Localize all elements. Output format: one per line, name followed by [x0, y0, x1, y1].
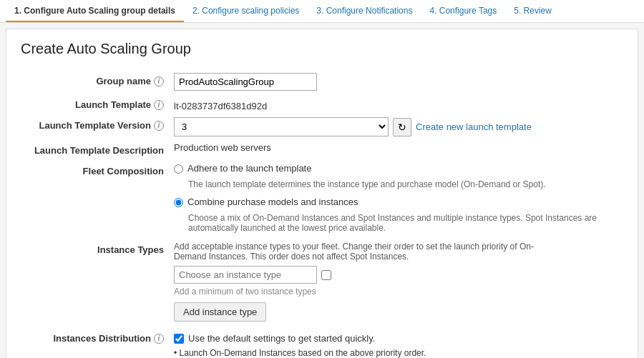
main-content: Create Auto Scaling Group Group name i L… — [6, 29, 638, 358]
page-title: Create Auto Scaling Group — [21, 41, 623, 57]
fleet-option1-radio[interactable] — [174, 164, 183, 174]
description-label: Launch Template Description — [34, 145, 164, 156]
launch-template-value: lt-0283737df6381d92d — [174, 96, 267, 111]
instance-types-label: Instance Types — [97, 244, 164, 255]
instance-types-row: Instance Types Add acceptable instance t… — [21, 239, 623, 324]
add-instance-button[interactable]: Add instance type — [174, 302, 266, 322]
fleet-composition-label: Fleet Composition — [83, 166, 164, 176]
description-value: Production web servers — [174, 138, 271, 153]
use-default-checkbox[interactable] — [174, 334, 184, 344]
group-name-info-icon[interactable]: i — [154, 76, 164, 86]
instance-type-input-row — [174, 266, 623, 284]
launch-template-info-icon[interactable]: i — [154, 100, 164, 110]
instance-type-checkbox[interactable] — [321, 270, 331, 280]
version-row: 3 2 1 ↻ Create new launch template — [174, 117, 623, 136]
fleet-option2-text: Combine purchase models and instances — [187, 197, 358, 207]
fleet-composition-options: Adhere to the launch template The launch… — [174, 163, 623, 236]
fleet-option1-label[interactable]: Adhere to the launch template — [174, 163, 623, 174]
version-select[interactable]: 3 2 1 — [174, 117, 389, 136]
instances-distribution-label: Instances Distribution — [53, 333, 151, 344]
bullet-prefix: • — [174, 348, 180, 358]
tab-notifications[interactable]: 3. Configure Notifications — [308, 0, 421, 22]
refresh-button[interactable]: ↻ — [393, 118, 411, 136]
tab-configure-asg[interactable]: 1. Configure Auto Scaling group details — [6, 0, 184, 22]
tab-tags[interactable]: 4. Configure Tags — [421, 0, 505, 22]
instance-type-input[interactable] — [174, 266, 317, 284]
fleet-option1-subtext: The launch template determines the insta… — [188, 179, 623, 189]
launch-template-label: Launch Template — [75, 99, 151, 110]
launch-template-version-row: Launch Template Version i 3 2 1 ↻ Create… — [21, 114, 623, 139]
group-name-label: Group name — [96, 76, 151, 86]
fleet-option2-label[interactable]: Combine purchase models and instances — [174, 197, 623, 207]
create-template-link[interactable]: Create new launch template — [416, 121, 532, 132]
instances-distribution-info-icon[interactable]: i — [154, 334, 164, 344]
instances-distribution-row: Instances Distribution i Use the default… — [21, 324, 623, 358]
launch-template-row: Launch Template i lt-0283737df6381d92d — [21, 94, 623, 114]
tabs-bar: 1. Configure Auto Scaling group details … — [0, 0, 644, 23]
group-name-input[interactable] — [174, 73, 317, 91]
launch-template-version-label: Launch Template Version — [39, 120, 151, 131]
instance-types-description: Add acceptable instance types to your fl… — [174, 242, 546, 262]
launch-template-version-info-icon[interactable]: i — [154, 121, 164, 131]
fleet-option1-text: Adhere to the launch template — [187, 163, 311, 174]
fleet-composition-row: Fleet Composition Adhere to the launch t… — [21, 160, 623, 239]
launch-on-demand-label: Launch On-Demand Instances based on the … — [180, 348, 426, 358]
fleet-option2-subtext: Choose a mix of On-Demand Instances and … — [188, 213, 623, 233]
launch-on-demand-text: • Launch On-Demand Instances based on th… — [174, 348, 623, 358]
instances-distribution-content: Use the default settings to get started … — [174, 333, 623, 358]
tab-review[interactable]: 5. Review — [505, 0, 560, 22]
use-default-label: Use the default settings to get started … — [188, 333, 375, 344]
fleet-option2-radio[interactable] — [174, 198, 183, 207]
min-two-text: Add a minimum of two instance types — [174, 287, 623, 297]
tab-scaling-policies[interactable]: 2. Configure scaling policies — [184, 0, 308, 22]
launch-template-description-row: Launch Template Description Production w… — [21, 139, 623, 160]
form-table: Group name i Launch Template i lt-028373… — [21, 70, 623, 358]
use-default-row: Use the default settings to get started … — [174, 333, 623, 344]
group-name-row: Group name i — [21, 70, 623, 94]
